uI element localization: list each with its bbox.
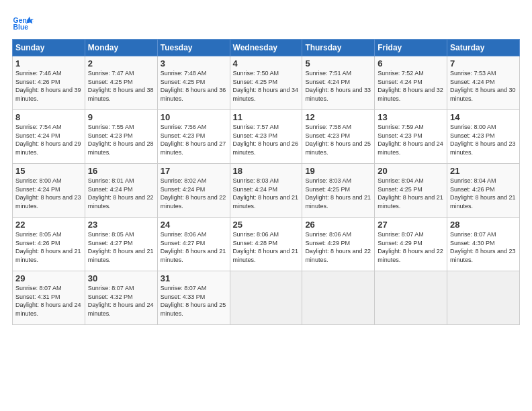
weekday-header: Wednesday xyxy=(230,40,302,56)
logo-icon: General Blue xyxy=(12,12,34,34)
day-number: 26 xyxy=(305,220,371,230)
calendar-cell: 17Sunrise: 8:02 AMSunset: 4:24 PMDayligh… xyxy=(157,164,230,218)
day-number: 6 xyxy=(378,58,444,68)
day-number: 27 xyxy=(378,220,444,230)
day-info: Sunrise: 8:07 AMSunset: 4:32 PMDaylight:… xyxy=(88,284,154,318)
day-number: 5 xyxy=(305,58,371,68)
day-number: 18 xyxy=(233,166,300,176)
calendar-cell: 19Sunrise: 8:03 AMSunset: 4:25 PMDayligh… xyxy=(302,164,375,218)
calendar-cell: 28Sunrise: 8:07 AMSunset: 4:30 PMDayligh… xyxy=(447,218,520,271)
day-number: 25 xyxy=(233,220,300,230)
day-number: 29 xyxy=(15,273,82,283)
day-info: Sunrise: 8:03 AMSunset: 4:25 PMDaylight:… xyxy=(305,177,371,210)
day-info: Sunrise: 7:47 AMSunset: 4:25 PMDaylight:… xyxy=(88,69,154,103)
day-info: Sunrise: 7:57 AMSunset: 4:23 PMDaylight:… xyxy=(233,123,300,156)
day-number: 10 xyxy=(161,112,227,122)
calendar-cell: 2Sunrise: 7:47 AMSunset: 4:25 PMDaylight… xyxy=(85,56,157,110)
day-number: 22 xyxy=(15,220,82,230)
day-number: 24 xyxy=(161,220,227,230)
day-number: 1 xyxy=(15,58,82,68)
calendar-cell: 6Sunrise: 7:52 AMSunset: 4:24 PMDaylight… xyxy=(375,56,447,110)
day-info: Sunrise: 8:04 AMSunset: 4:26 PMDaylight:… xyxy=(450,177,517,210)
day-number: 30 xyxy=(88,273,154,283)
day-info: Sunrise: 7:50 AMSunset: 4:25 PMDaylight:… xyxy=(233,69,300,103)
calendar-cell: 24Sunrise: 8:06 AMSunset: 4:27 PMDayligh… xyxy=(157,218,230,271)
calendar-cell: 4Sunrise: 7:50 AMSunset: 4:25 PMDaylight… xyxy=(230,56,302,110)
calendar-week-row: 8Sunrise: 7:54 AMSunset: 4:24 PMDaylight… xyxy=(13,110,520,164)
day-number: 17 xyxy=(161,166,227,176)
calendar-week-row: 15Sunrise: 8:00 AMSunset: 4:24 PMDayligh… xyxy=(13,164,520,218)
calendar-cell: 5Sunrise: 7:51 AMSunset: 4:24 PMDaylight… xyxy=(302,56,375,110)
day-number: 4 xyxy=(233,58,300,68)
calendar-cell: 25Sunrise: 8:06 AMSunset: 4:28 PMDayligh… xyxy=(230,218,302,271)
calendar-cell: 15Sunrise: 8:00 AMSunset: 4:24 PMDayligh… xyxy=(13,164,85,218)
calendar-cell: 18Sunrise: 8:03 AMSunset: 4:24 PMDayligh… xyxy=(230,164,302,218)
weekday-header: Saturday xyxy=(447,40,520,56)
calendar-week-row: 22Sunrise: 8:05 AMSunset: 4:26 PMDayligh… xyxy=(13,218,520,271)
weekday-header: Tuesday xyxy=(157,40,230,56)
day-info: Sunrise: 8:04 AMSunset: 4:25 PMDaylight:… xyxy=(378,177,444,210)
calendar-cell: 27Sunrise: 8:07 AMSunset: 4:29 PMDayligh… xyxy=(375,218,447,271)
calendar-cell: 31Sunrise: 8:07 AMSunset: 4:33 PMDayligh… xyxy=(157,271,230,325)
day-info: Sunrise: 7:55 AMSunset: 4:23 PMDaylight:… xyxy=(88,123,154,156)
calendar-cell: 12Sunrise: 7:58 AMSunset: 4:23 PMDayligh… xyxy=(302,110,375,164)
calendar-cell: 22Sunrise: 8:05 AMSunset: 4:26 PMDayligh… xyxy=(13,218,85,271)
calendar-cell xyxy=(230,271,302,325)
day-number: 9 xyxy=(88,112,154,122)
calendar-cell: 20Sunrise: 8:04 AMSunset: 4:25 PMDayligh… xyxy=(375,164,447,218)
weekday-header: Monday xyxy=(85,40,157,56)
day-number: 2 xyxy=(88,58,154,68)
page-header: General Blue xyxy=(12,12,520,34)
calendar-cell: 13Sunrise: 7:59 AMSunset: 4:23 PMDayligh… xyxy=(375,110,447,164)
day-info: Sunrise: 7:59 AMSunset: 4:23 PMDaylight:… xyxy=(378,123,444,156)
day-info: Sunrise: 8:07 AMSunset: 4:33 PMDaylight:… xyxy=(161,284,227,318)
calendar-cell: 14Sunrise: 8:00 AMSunset: 4:23 PMDayligh… xyxy=(447,110,520,164)
day-number: 3 xyxy=(161,58,227,68)
day-info: Sunrise: 7:48 AMSunset: 4:25 PMDaylight:… xyxy=(161,69,227,103)
day-number: 28 xyxy=(450,220,517,230)
weekday-header: Sunday xyxy=(13,40,85,56)
day-number: 11 xyxy=(233,112,300,122)
day-info: Sunrise: 8:07 AMSunset: 4:30 PMDaylight:… xyxy=(450,230,517,264)
calendar-cell xyxy=(375,271,447,325)
day-number: 31 xyxy=(161,273,227,283)
day-info: Sunrise: 8:07 AMSunset: 4:31 PMDaylight:… xyxy=(15,284,82,318)
calendar-cell: 21Sunrise: 8:04 AMSunset: 4:26 PMDayligh… xyxy=(447,164,520,218)
day-number: 14 xyxy=(450,112,517,122)
calendar-cell: 3Sunrise: 7:48 AMSunset: 4:25 PMDaylight… xyxy=(157,56,230,110)
day-info: Sunrise: 7:54 AMSunset: 4:24 PMDaylight:… xyxy=(15,123,82,156)
weekday-header: Thursday xyxy=(302,40,375,56)
day-number: 8 xyxy=(15,112,82,122)
calendar-cell: 1Sunrise: 7:46 AMSunset: 4:26 PMDaylight… xyxy=(13,56,85,110)
day-info: Sunrise: 8:07 AMSunset: 4:29 PMDaylight:… xyxy=(378,230,444,264)
day-info: Sunrise: 8:06 AMSunset: 4:28 PMDaylight:… xyxy=(233,230,300,264)
calendar-cell: 23Sunrise: 8:05 AMSunset: 4:27 PMDayligh… xyxy=(85,218,157,271)
svg-text:Blue: Blue xyxy=(13,24,29,31)
day-info: Sunrise: 8:02 AMSunset: 4:24 PMDaylight:… xyxy=(161,177,227,210)
day-info: Sunrise: 7:51 AMSunset: 4:24 PMDaylight:… xyxy=(305,69,371,103)
day-number: 7 xyxy=(450,58,517,68)
day-number: 21 xyxy=(450,166,517,176)
day-number: 19 xyxy=(305,166,371,176)
logo: General Blue xyxy=(12,12,36,34)
day-number: 16 xyxy=(88,166,154,176)
day-info: Sunrise: 8:06 AMSunset: 4:29 PMDaylight:… xyxy=(305,230,371,264)
calendar-table: SundayMondayTuesdayWednesdayThursdayFrid… xyxy=(12,39,520,325)
day-info: Sunrise: 7:52 AMSunset: 4:24 PMDaylight:… xyxy=(378,69,444,103)
day-info: Sunrise: 8:06 AMSunset: 4:27 PMDaylight:… xyxy=(161,230,227,264)
calendar-cell: 7Sunrise: 7:53 AMSunset: 4:24 PMDaylight… xyxy=(447,56,520,110)
calendar-cell: 26Sunrise: 8:06 AMSunset: 4:29 PMDayligh… xyxy=(302,218,375,271)
calendar-cell: 9Sunrise: 7:55 AMSunset: 4:23 PMDaylight… xyxy=(85,110,157,164)
calendar-week-row: 1Sunrise: 7:46 AMSunset: 4:26 PMDaylight… xyxy=(13,56,520,110)
day-info: Sunrise: 7:46 AMSunset: 4:26 PMDaylight:… xyxy=(15,69,82,103)
day-info: Sunrise: 7:53 AMSunset: 4:24 PMDaylight:… xyxy=(450,69,517,103)
calendar-cell: 30Sunrise: 8:07 AMSunset: 4:32 PMDayligh… xyxy=(85,271,157,325)
calendar-cell xyxy=(302,271,375,325)
day-number: 23 xyxy=(88,220,154,230)
day-info: Sunrise: 8:00 AMSunset: 4:24 PMDaylight:… xyxy=(15,177,82,210)
day-number: 15 xyxy=(15,166,82,176)
day-info: Sunrise: 8:05 AMSunset: 4:26 PMDaylight:… xyxy=(15,230,82,264)
day-number: 20 xyxy=(378,166,444,176)
day-info: Sunrise: 7:58 AMSunset: 4:23 PMDaylight:… xyxy=(305,123,371,156)
calendar-cell: 10Sunrise: 7:56 AMSunset: 4:23 PMDayligh… xyxy=(157,110,230,164)
